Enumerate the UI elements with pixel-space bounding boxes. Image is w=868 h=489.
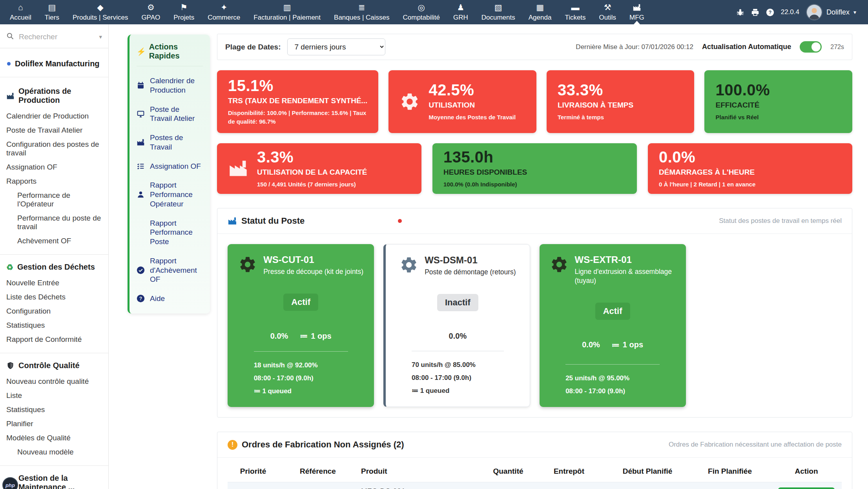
sidebar-section-operations-production[interactable]: Opérations de Production — [6, 87, 102, 105]
auto-refresh-toggle[interactable] — [800, 41, 822, 53]
sidebar-item-nouvelle-entree[interactable]: Nouvelle Entrée — [6, 276, 102, 290]
sidebar-item-modeles-qualite[interactable]: Modèles de Qualité — [6, 431, 102, 445]
col-header-entrepot: Entrepôt — [532, 461, 606, 482]
sidebar-item-achevement-of[interactable]: Achèvement OF — [6, 234, 102, 248]
sidebar-section-maintenance[interactable]: Gestion de la Maintenance ... — [6, 474, 102, 489]
quick-action-rapport-perf-operateur[interactable]: Rapport Performance Opérateur — [137, 181, 203, 208]
search-caret-icon[interactable]: ▾ — [99, 33, 102, 40]
sidebar-item-rapport-conformite[interactable]: Rapport de Conformité — [6, 332, 102, 347]
product-box-icon: ◆ — [97, 3, 104, 12]
sidebar-item-qualite-planifier[interactable]: Planifier — [6, 417, 102, 431]
divider — [0, 465, 108, 466]
help-icon[interactable]: ? — [766, 8, 774, 16]
sidebar-item-rapports[interactable]: Rapports — [6, 174, 102, 188]
kpi-value: 42.5% — [429, 82, 516, 98]
company-name: Doliflex Manufacturing — [15, 59, 100, 68]
kpi-card-trs: 15.1% TRS (TAUX DE RENDEMENT SYNTHÉ... D… — [217, 70, 378, 133]
sidebar-section-controle-qualite[interactable]: Contrôle Qualité — [6, 361, 102, 370]
workstation-code: WS-DSM-01 — [425, 255, 516, 266]
date-range-select[interactable]: 7 derniers jours — [287, 38, 385, 55]
date-range-label: Plage de Dates: — [225, 43, 281, 51]
assign-button[interactable]: ✓ASSIGNER — [778, 487, 834, 489]
kpi-value: 100.0% — [715, 82, 770, 98]
nav-label: Agenda — [529, 14, 552, 22]
kpi-sub: 100.0% (0.0h Indisponible) — [443, 180, 527, 189]
printer-icon[interactable] — [751, 8, 759, 16]
sidebar-item-liste-dechets[interactable]: Liste des Déchets — [6, 290, 102, 304]
sidebar-item-nouveau-controle[interactable]: Nouveau contrôle qualité — [6, 374, 102, 389]
nav-item-projets[interactable]: ⚑ Projets — [167, 0, 201, 24]
nav-item-tiers[interactable]: ▤ Tiers — [38, 0, 66, 24]
question-circle-icon: ? — [137, 294, 145, 303]
nav-label: Projets — [173, 14, 194, 22]
quick-action-rapport-perf-poste[interactable]: Rapport Performance Poste — [137, 219, 203, 246]
quick-action-rapport-achevement-of[interactable]: Rapport d'Achèvement OF — [137, 256, 203, 284]
quick-action-poste-travail-atelier[interactable]: Poste de Travail Atelier — [137, 105, 203, 124]
sidebar-item-assignation-of[interactable]: Assignation OF — [6, 160, 102, 174]
sidebar-item-qualite-statistiques[interactable]: Statistiques — [6, 403, 102, 417]
sidebar-item-perf-poste[interactable]: Performance du poste de travail — [6, 211, 102, 234]
sidebar-item-dechets-statistiques[interactable]: Statistiques — [6, 318, 102, 332]
workstation-card-ws-dsm-01[interactable]: WS-DSM-01 Poste de démontage (retours) I… — [383, 244, 530, 407]
workstation-rate: 18 units/h @ 92.00% — [254, 359, 367, 372]
person-icon — [137, 190, 145, 199]
nav-item-agenda[interactable]: ▦ Agenda — [522, 0, 558, 24]
kpi-value: 135.0h — [443, 149, 527, 165]
nav-item-banques-caisses[interactable]: ≣ Banques | Caisses — [327, 0, 396, 24]
sidebar-item-perf-operateur[interactable]: Performance de l'Opérateur — [6, 188, 102, 211]
nav-item-commerce[interactable]: ✦ Commerce — [201, 0, 247, 24]
workstation-card-ws-cut-01[interactable]: WS-CUT-01 Presse de découpe (kit de join… — [228, 244, 374, 407]
sidebar-item-dechets-configuration[interactable]: Configuration — [6, 304, 102, 318]
sidebar-item-calendrier-production[interactable]: Calendrier de Production — [6, 109, 102, 123]
search-input[interactable] — [18, 32, 95, 42]
nav-item-comptabilite[interactable]: ◎ Comptabilité — [396, 0, 447, 24]
workstation-code: WS-CUT-01 — [263, 254, 363, 265]
bank-icon: ≣ — [358, 3, 365, 12]
list-icon: ≔ — [254, 387, 263, 395]
nav-label: Outils — [599, 14, 616, 22]
status-badge: Actif — [595, 303, 630, 320]
navbar-right: ? 22.0.4 Doliflex ▾ — [736, 0, 865, 24]
divider — [412, 351, 504, 351]
sidebar-item-qualite-nouveau-modele[interactable]: Nouveau modèle — [6, 445, 102, 459]
workstation-status-panel: Statut du Poste Statut des postes de tra… — [217, 208, 852, 418]
nav-item-facturation-paiement[interactable]: ▥ Facturation | Paiement — [247, 0, 327, 24]
kpi-value: 3.3% — [257, 149, 367, 165]
workstation-code: WS-EXTR-01 — [575, 254, 676, 265]
list-icon: ≔ — [412, 387, 420, 394]
chevron-down-icon: ▾ — [853, 9, 856, 15]
col-header-fin-planifiee: Fin Planifiée — [689, 461, 771, 482]
quick-action-postes-de-travail[interactable]: Postes de Travail — [137, 133, 203, 152]
nav-item-produits-services[interactable]: ◆ Produits | Services — [66, 0, 135, 24]
quick-action-calendrier-production[interactable]: Calendrier de Production — [137, 76, 203, 95]
nav-item-accueil[interactable]: ⌂ Accueil — [3, 0, 38, 24]
company-header[interactable]: Doliflex Manufacturing — [0, 48, 108, 77]
workstation-card-ws-extr-01[interactable]: WS-EXTR-01 Ligne d'extrusion & assemblag… — [540, 244, 686, 407]
factory-icon — [228, 216, 237, 226]
kpi-card-heures-disponibles: 135.0h HEURES DISPONIBLES 100.0% (0.0h I… — [432, 143, 637, 194]
nav-item-grh[interactable]: ♟ GRH — [447, 0, 475, 24]
bug-icon[interactable] — [736, 8, 744, 16]
col-header-priorite: Priorité — [228, 461, 279, 482]
gear-icon — [399, 255, 418, 274]
checklist-icon: ≔ — [612, 340, 620, 350]
nav-label: Comptabilité — [403, 14, 440, 22]
quick-action-assignation-of[interactable]: Assignation OF — [137, 162, 203, 171]
sidebar-item-config-postes[interactable]: Configuration des postes de travail — [6, 137, 102, 160]
sidebar-item-poste-travail-atelier[interactable]: Poste de Travail Atelier — [6, 123, 102, 137]
nav-label: Tiers — [45, 14, 59, 22]
sidebar-item-qualite-liste[interactable]: Liste — [6, 389, 102, 403]
quick-action-aide[interactable]: ? Aide — [137, 294, 203, 303]
nav-item-documents[interactable]: ▧ Documents — [475, 0, 522, 24]
user-menu[interactable]: Doliflex ▾ — [806, 4, 856, 20]
product-code: MFG-DS-001 — [361, 487, 481, 489]
sidebar-section-gestion-dechets[interactable]: ♻ Gestion des Déchets — [6, 263, 102, 272]
nav-item-tickets[interactable]: ▬ Tickets — [558, 0, 592, 24]
workstation-desc: Ligne d'extrusion & assemblage (tuyau) — [575, 267, 676, 285]
nav-item-outils[interactable]: ⚒ Outils — [593, 0, 623, 24]
building-icon: ▤ — [48, 3, 56, 12]
nav-item-gpao[interactable]: ⚙ GPAO — [135, 0, 167, 24]
nav-item-mfg[interactable]: MFG — [623, 0, 651, 24]
recycle-icon: ♻ — [6, 263, 13, 271]
ticket-icon: ▬ — [571, 3, 579, 12]
